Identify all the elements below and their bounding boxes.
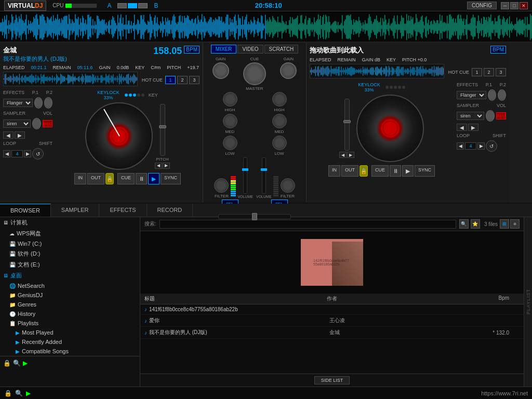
eq-high-left-knob[interactable] — [223, 92, 237, 107]
in-btn-right[interactable]: IN — [328, 165, 340, 177]
sidebar-item-netsearch[interactable]: 🌐 NetSearch — [6, 281, 140, 290]
eq-low-left-knob[interactable] — [223, 136, 237, 150]
turntable-right[interactable] — [356, 95, 424, 162]
mixer-tab-mixer[interactable]: MIXER — [211, 45, 237, 54]
loop-next-left[interactable]: ▶ — [24, 150, 31, 157]
view-list-btn[interactable]: ≡ — [510, 219, 520, 229]
rec-btn-left[interactable]: REC — [43, 120, 52, 127]
cue-btn-right[interactable]: CUE — [371, 165, 389, 177]
sidebar-item-computer[interactable]: 🖥 计算机 — [0, 217, 140, 228]
master-knob[interactable] — [243, 62, 266, 85]
bottom-lock-icon[interactable]: 🔒 — [4, 390, 12, 397]
search-input[interactable] — [159, 220, 456, 229]
pitch-track-left[interactable] — [160, 104, 165, 156]
sidebar-item-geniusdj[interactable]: 📁 GeniusDJ — [6, 290, 140, 300]
prev-btn-right[interactable]: ◀ — [457, 124, 467, 131]
effect-select-left[interactable]: Flanger — [3, 99, 33, 107]
config-button[interactable]: CONFIG — [467, 2, 497, 9]
view-grid-btn[interactable]: ⊞ — [500, 219, 509, 229]
filter-right-knob[interactable] — [281, 178, 295, 193]
rec-btn-right[interactable]: REC — [496, 112, 506, 119]
pitch-handle-left[interactable] — [159, 125, 166, 128]
pitch-up-right[interactable]: ▶ — [347, 152, 354, 158]
play-btn-right[interactable]: ▶ — [402, 165, 414, 177]
browser-tab-record[interactable]: RECORD — [147, 204, 193, 217]
bottom-search-icon[interactable]: 🔍 — [15, 390, 23, 397]
hc-btn-2-right[interactable]: 2 — [484, 68, 494, 76]
mixer-tab-video[interactable]: VIDEO — [237, 45, 263, 54]
pitch-up-left[interactable]: ▶ — [163, 163, 170, 169]
pitch-handle-right[interactable] — [343, 120, 351, 123]
vol-fader-handle-right[interactable] — [261, 168, 267, 171]
next-btn-right[interactable]: ▶ — [468, 124, 478, 131]
sidebar-add-icon[interactable]: 🔍 — [13, 360, 21, 367]
cue-btn-left[interactable]: CUE — [117, 173, 135, 184]
browser-tab-effects[interactable]: EFFECTS — [99, 204, 147, 217]
next-btn-left[interactable]: ▶ — [15, 131, 25, 139]
pause-btn-left[interactable]: ⏸ — [136, 173, 147, 184]
crossfader-track[interactable] — [218, 214, 291, 219]
hc-btn-2-left[interactable]: 2 — [177, 76, 188, 84]
effect-select-right[interactable]: Flanger — [457, 91, 486, 99]
in-btn-left[interactable]: IN — [74, 173, 86, 184]
sidebar-play-icon[interactable]: ▶ — [23, 360, 28, 367]
sidebar-item-genres[interactable]: 📁 Genres — [6, 300, 140, 309]
maximize-button[interactable]: □ — [510, 2, 518, 9]
sidebar-item-recently-added[interactable]: ▶ Recently Added — [12, 337, 140, 347]
loop-prev-right[interactable]: ◀ — [457, 142, 464, 150]
sidebar-item-desktop[interactable]: 🖥 桌面 — [0, 270, 140, 281]
hc-btn-1-left[interactable]: 1 — [165, 76, 176, 84]
out-btn-left[interactable]: OUT — [87, 173, 104, 184]
vol-fader-handle-left[interactable] — [242, 168, 248, 171]
search-btn[interactable]: 🔍 — [459, 219, 469, 229]
sampler-vol-knob-left[interactable] — [32, 118, 41, 129]
vol-fader-track-right[interactable] — [262, 157, 266, 194]
sidebar-lock-icon[interactable]: 🔒 — [3, 360, 11, 367]
track-row-0[interactable]: ♪ 141f61f8b0cce8c4b7755a80186ab22b — [140, 304, 524, 315]
sidebar-item-history[interactable]: 🕐 History — [6, 309, 140, 318]
sidebar-item-win7[interactable]: 💾 Win7 (C:) — [6, 239, 140, 248]
sidebar-item-software[interactable]: 💾 软件 (D:) — [6, 248, 140, 259]
effect-knob2-right[interactable] — [498, 89, 506, 101]
browser-tab-browser[interactable]: BROWSER — [0, 204, 51, 217]
play-btn-left[interactable]: ▶ — [148, 173, 159, 184]
track-row-1[interactable]: ♪ 爱你 王心凌 — [140, 315, 524, 327]
pitch-down-left[interactable]: ◀ — [155, 163, 162, 169]
mixer-tab-scratch[interactable]: SCRATCH — [264, 45, 299, 54]
browser-tab-sampler[interactable]: SAMPLER — [51, 204, 100, 217]
minimize-button[interactable]: ─ — [501, 2, 509, 9]
out-btn-right[interactable]: OUT — [341, 165, 358, 177]
sync-btn-left[interactable]: SYNC — [161, 173, 181, 184]
effect-knob1-right[interactable] — [488, 89, 496, 101]
sidebar-item-most-played[interactable]: ▶ Most Played — [12, 328, 140, 337]
eq-low-right-knob[interactable] — [272, 136, 287, 150]
hc-btn-3-left[interactable]: 3 — [189, 76, 200, 84]
sampler-select-left[interactable]: siren — [3, 119, 31, 128]
sampler-vol-knob-right[interactable] — [486, 110, 495, 122]
effect-knob1-left[interactable] — [34, 97, 43, 109]
side-list-button[interactable]: SIDE LIST — [314, 376, 350, 384]
sidebar-item-playlists[interactable]: 📋 Playlists — [6, 318, 140, 328]
prev-btn-left[interactable]: ◀ — [3, 131, 14, 139]
sidebar-item-docs[interactable]: 💾 文档 (E:) — [6, 259, 140, 270]
eq-med-right-knob[interactable] — [272, 114, 287, 128]
sampler-select-right[interactable]: siren — [457, 112, 484, 120]
crossfader-handle[interactable] — [252, 213, 257, 220]
bottom-play-icon[interactable]: ▶ — [26, 390, 31, 397]
lock-btn-left[interactable]: 🔒 — [105, 173, 114, 184]
hc-btn-3-right[interactable]: 3 — [496, 68, 506, 76]
loop-next-right[interactable]: ▶ — [477, 142, 485, 150]
gain-right-knob[interactable] — [280, 62, 297, 79]
vol-fader-track-left[interactable] — [243, 157, 247, 194]
turntable-left[interactable] — [85, 102, 153, 170]
sidebar-item-compatible[interactable]: ▶ Compatible Songs — [12, 347, 140, 356]
effect-knob2-left[interactable] — [44, 97, 52, 109]
filter-left-knob[interactable] — [214, 178, 229, 193]
loop-toggle-left[interactable]: ↺ — [32, 148, 44, 159]
pitch-track-right[interactable] — [344, 99, 350, 151]
eq-med-left-knob[interactable] — [223, 114, 237, 128]
loop-prev-left[interactable]: ◀ — [3, 150, 10, 157]
pause-btn-right[interactable]: ⏸ — [390, 165, 401, 177]
search-clear-btn[interactable]: ⭐ — [471, 219, 480, 229]
track-row-2[interactable]: ♪ 我不是你要的男人 (DJ版) 金城 * 132.0 — [140, 327, 524, 339]
